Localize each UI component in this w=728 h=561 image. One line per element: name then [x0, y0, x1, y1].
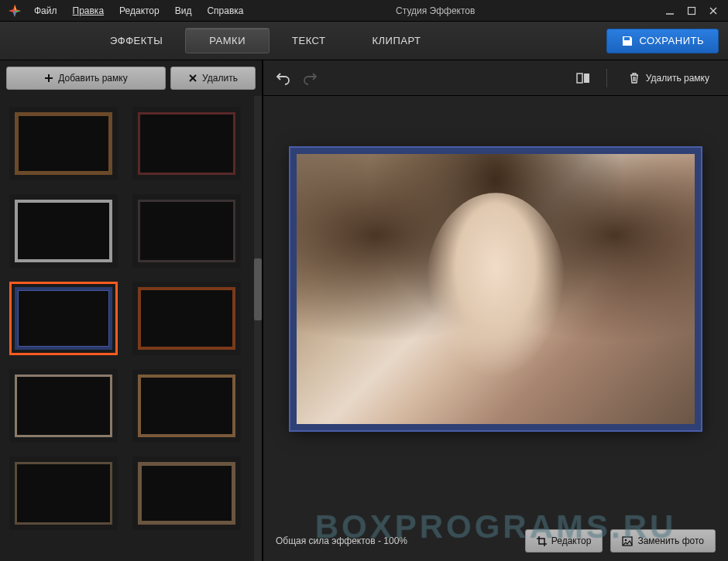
editor-label: Редактор [551, 535, 592, 546]
tabbar: ЭФФЕКТЫ РАМКИ ТЕКСТ КЛИПАРТ СОХРАНИТЬ [0, 22, 728, 60]
frame-preview [138, 112, 235, 175]
image-icon [622, 536, 633, 546]
menu-edit[interactable]: Правка [65, 0, 112, 22]
save-label: СОХРАНИТЬ [640, 35, 704, 46]
replace-photo-button[interactable]: Заменить фото [610, 529, 716, 552]
tab-clipart[interactable]: КЛИПАРТ [349, 29, 444, 53]
compare-icon[interactable] [575, 70, 591, 86]
crop-icon [537, 536, 547, 546]
plus-icon [44, 74, 53, 83]
frame-preview [138, 200, 235, 262]
add-frame-button[interactable]: Добавить рамку [6, 67, 166, 90]
frame-preview [15, 287, 112, 350]
frame-thumb-2[interactable] [9, 194, 118, 268]
trash-icon [629, 73, 640, 84]
close-button[interactable] [708, 5, 719, 16]
menu-file[interactable]: Файл [26, 0, 65, 22]
frame-thumb-9[interactable] [132, 457, 241, 530]
titlebar: Файл Правка Редактор Вид Справка Студия … [0, 0, 728, 22]
delete-button[interactable]: Удалить [170, 67, 256, 90]
maximize-button[interactable] [686, 5, 697, 16]
frame-thumb-0[interactable] [9, 107, 118, 180]
app-logo-icon [8, 4, 22, 18]
svg-rect-5 [689, 7, 695, 14]
frame-preview [15, 462, 112, 525]
add-frame-label: Добавить рамку [58, 73, 127, 84]
bottom-bar: Общая сила эффектов - 100% Редактор Заме… [263, 521, 728, 561]
frame-preview [15, 200, 112, 262]
canvas-viewport[interactable] [263, 96, 728, 521]
main: Добавить рамку Удалить Удалить рамку [0, 60, 728, 561]
menu-view[interactable]: Вид [167, 0, 200, 22]
window-title: Студия Эффектов [213, 5, 658, 16]
replace-photo-label: Заменить фото [637, 535, 704, 546]
save-icon [621, 35, 634, 47]
frame-thumb-4[interactable] [9, 282, 118, 355]
minimize-button[interactable] [664, 5, 675, 16]
canvas-toolbar: Удалить рамку [263, 60, 728, 96]
save-button[interactable]: СОХРАНИТЬ [606, 29, 719, 53]
tab-text[interactable]: ТЕКСТ [269, 29, 349, 53]
canvas-area: Удалить рамку Общая сила эффектов - 100%… [263, 60, 728, 561]
frame-thumb-1[interactable] [132, 107, 241, 180]
frame-preview [138, 287, 235, 350]
divider [606, 69, 607, 87]
frame-preview [138, 375, 235, 437]
frame-thumb-6[interactable] [9, 369, 118, 443]
scrollbar-thumb[interactable] [254, 258, 262, 320]
undo-icon[interactable] [276, 70, 291, 86]
frame-preview [15, 112, 112, 175]
frame-preview [15, 375, 112, 437]
effect-strength-label: Общая сила эффектов - 100% [276, 535, 407, 546]
menu-editor[interactable]: Редактор [112, 0, 167, 22]
frame-thumb-8[interactable] [9, 457, 118, 530]
frame-preview [138, 462, 235, 525]
redo-icon[interactable] [302, 70, 318, 86]
tab-group: ЭФФЕКТЫ РАМКИ ТЕКСТ КЛИПАРТ [87, 29, 606, 53]
scrollbar[interactable] [254, 96, 262, 561]
window-controls [658, 5, 725, 16]
svg-rect-12 [577, 74, 582, 83]
tab-effects[interactable]: ЭФФЕКТЫ [87, 29, 186, 53]
photo-image [297, 154, 695, 424]
tab-frames[interactable]: РАМКИ [186, 29, 269, 53]
frames-grid [0, 96, 254, 561]
frame-thumb-5[interactable] [132, 282, 241, 355]
photo-frame[interactable] [290, 148, 701, 430]
x-icon [188, 74, 197, 83]
svg-rect-13 [584, 74, 589, 83]
delete-label: Удалить [202, 73, 238, 84]
editor-button[interactable]: Редактор [525, 529, 603, 552]
sidebar: Добавить рамку Удалить [0, 60, 263, 561]
frame-thumb-7[interactable] [132, 369, 241, 443]
delete-frame-label: Удалить рамку [646, 73, 709, 84]
frame-thumb-3[interactable] [132, 194, 241, 268]
svg-point-15 [625, 539, 627, 541]
delete-frame-button[interactable]: Удалить рамку [623, 70, 716, 87]
sidebar-toolbar: Добавить рамку Удалить [0, 60, 262, 96]
